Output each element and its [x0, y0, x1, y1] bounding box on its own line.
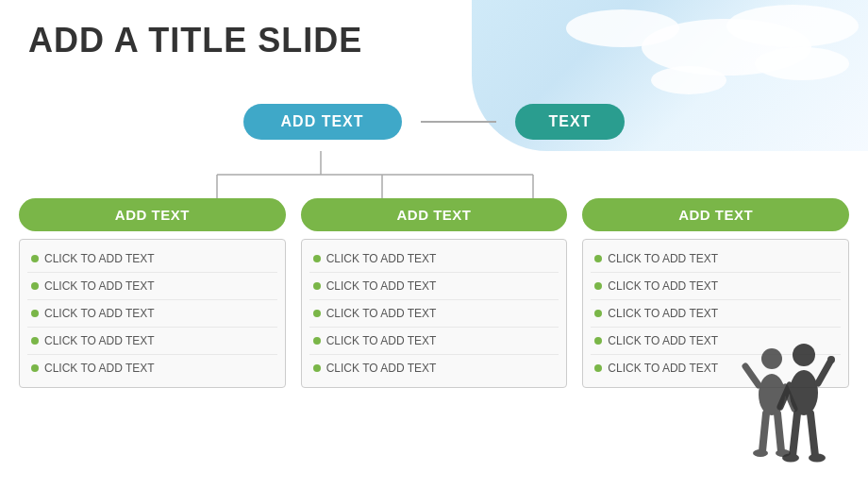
item-text: CLICK TO ADD TEXT	[608, 252, 718, 265]
item-text: CLICK TO ADD TEXT	[608, 279, 718, 293]
list-item[interactable]: CLICK TO ADD TEXT	[309, 355, 559, 381]
column-3-header[interactable]: ADD TEXT	[582, 198, 849, 231]
bullet-icon	[594, 282, 602, 290]
bullet-icon	[31, 310, 39, 317]
list-item[interactable]: CLICK TO ADD TEXT	[309, 328, 559, 355]
top-nodes-row: ADD TEXT TEXT	[0, 104, 868, 140]
column-2: ADD TEXT CLICK TO ADD TEXT CLICK TO ADD …	[301, 198, 568, 388]
connector-lines	[0, 151, 868, 203]
bullet-icon	[594, 310, 602, 317]
list-item[interactable]: CLICK TO ADD TEXT	[27, 245, 277, 273]
secondary-node[interactable]: TEXT	[515, 104, 626, 140]
svg-line-18	[793, 413, 797, 456]
bullet-icon	[313, 310, 321, 317]
bullet-icon	[31, 337, 39, 345]
item-text: CLICK TO ADD TEXT	[326, 252, 437, 265]
svg-point-14	[790, 370, 818, 415]
list-item[interactable]: CLICK TO ADD TEXT	[309, 273, 559, 300]
list-item[interactable]: CLICK TO ADD TEXT	[591, 273, 841, 300]
svg-point-11	[753, 449, 768, 457]
cloud-2	[566, 9, 679, 47]
bullet-icon	[313, 282, 321, 290]
item-text: CLICK TO ADD TEXT	[608, 334, 718, 347]
svg-line-9	[762, 413, 766, 451]
column-2-header[interactable]: ADD TEXT	[301, 198, 568, 231]
columns-container: ADD TEXT CLICK TO ADD TEXT CLICK TO ADD …	[19, 198, 849, 388]
bullet-icon	[594, 255, 602, 262]
item-text: CLICK TO ADD TEXT	[44, 279, 155, 293]
list-item[interactable]: CLICK TO ADD TEXT	[309, 300, 559, 328]
list-item[interactable]: CLICK TO ADD TEXT	[27, 328, 277, 355]
bullet-icon	[31, 364, 39, 372]
item-text: CLICK TO ADD TEXT	[326, 279, 437, 293]
main-node[interactable]: ADD TEXT	[243, 104, 402, 140]
svg-point-16	[827, 356, 835, 363]
column-1-header[interactable]: ADD TEXT	[19, 198, 286, 231]
item-text: CLICK TO ADD TEXT	[44, 307, 155, 320]
cloud-5	[726, 5, 859, 47]
bullet-icon	[313, 255, 321, 262]
column-2-body: CLICK TO ADD TEXT CLICK TO ADD TEXT CLIC…	[301, 239, 568, 388]
svg-line-10	[777, 413, 781, 451]
list-item[interactable]: CLICK TO ADD TEXT	[591, 300, 841, 328]
bullet-icon	[313, 337, 321, 345]
silhouette-figures	[736, 338, 840, 489]
cloud-4	[651, 66, 726, 94]
list-item[interactable]: CLICK TO ADD TEXT	[27, 273, 277, 300]
svg-point-5	[761, 348, 782, 369]
item-text: CLICK TO ADD TEXT	[608, 307, 718, 320]
cloud-3	[755, 47, 849, 80]
page-title: ADD A TITLE SLIDE	[28, 21, 362, 60]
svg-point-20	[782, 454, 799, 463]
bullet-icon	[31, 255, 39, 262]
item-text: CLICK TO ADD TEXT	[326, 334, 437, 347]
svg-point-21	[809, 454, 826, 463]
list-item[interactable]: CLICK TO ADD TEXT	[591, 245, 841, 273]
list-item[interactable]: CLICK TO ADD TEXT	[309, 245, 559, 273]
list-item[interactable]: CLICK TO ADD TEXT	[27, 300, 277, 328]
item-text: CLICK TO ADD TEXT	[44, 252, 155, 265]
list-item[interactable]: CLICK TO ADD TEXT	[27, 355, 277, 381]
item-text: CLICK TO ADD TEXT	[44, 334, 155, 347]
bullet-icon	[313, 364, 321, 372]
svg-line-7	[745, 366, 759, 385]
bullet-icon	[594, 337, 602, 345]
bullet-icon	[594, 364, 602, 372]
item-text: CLICK TO ADD TEXT	[326, 307, 437, 320]
bullet-icon	[31, 282, 39, 290]
item-text: CLICK TO ADD TEXT	[608, 362, 718, 375]
column-1: ADD TEXT CLICK TO ADD TEXT CLICK TO ADD …	[19, 198, 286, 388]
svg-line-15	[818, 362, 830, 383]
top-connector	[421, 121, 496, 123]
item-text: CLICK TO ADD TEXT	[326, 362, 437, 375]
column-1-body: CLICK TO ADD TEXT CLICK TO ADD TEXT CLIC…	[19, 239, 286, 388]
svg-point-13	[793, 344, 815, 366]
item-text: CLICK TO ADD TEXT	[44, 362, 155, 375]
svg-line-19	[810, 413, 815, 456]
